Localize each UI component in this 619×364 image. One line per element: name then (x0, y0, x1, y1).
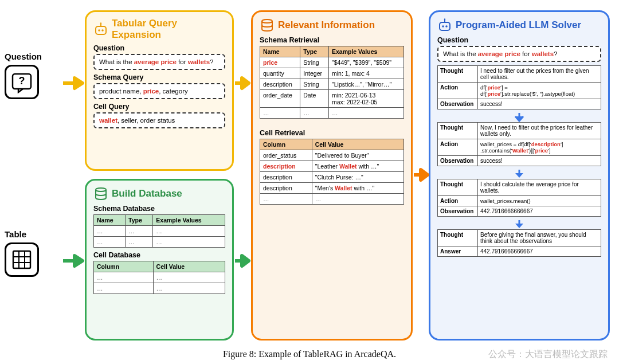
schema-db-table: NameTypeExample Values ……… ……… (93, 214, 225, 248)
p3-schema-label: Schema Retrieval (260, 36, 404, 44)
p1-schema-label: Schema Query (93, 73, 225, 81)
p1-question-label: Question (93, 44, 225, 52)
panel3-title: Relevant Information (260, 18, 404, 33)
panel1-title: Tabular Query Expansion (93, 18, 225, 41)
svg-point-13 (262, 19, 272, 23)
cell-retrieval-table: ColumnCell Value order_status"Delivered … (260, 139, 404, 205)
svg-text:?: ? (19, 75, 25, 87)
p1-cell-box: wallet, seller, order status (93, 112, 225, 128)
panel4-title: Program-Aided LLM Solver (437, 18, 601, 33)
table-input: Table (5, 229, 68, 277)
arrow-p3-to-p4 (413, 166, 430, 183)
svg-point-12 (96, 188, 106, 191)
cell-db-table: ColumnCell Value …… …… (93, 261, 225, 294)
left-inputs: Question ? (5, 52, 68, 99)
robot-icon (93, 22, 108, 37)
table-label: Table (5, 229, 68, 239)
panel-build-database: Build Database Schema Database NameTypeE… (85, 179, 234, 340)
p3-cell-label: Cell Retrieval (260, 129, 404, 137)
table-icon (5, 242, 39, 277)
svg-point-11 (100, 22, 101, 24)
watermark: 公众号：大语言模型论文跟踪 (488, 349, 608, 361)
schema-retrieval-table: NameTypeExample Values priceString"$449"… (260, 46, 404, 119)
p1-question-box: What is the average price for wallets? (93, 54, 225, 70)
figure-caption: Figure 8: Example of TableRAG in ArcadeQ… (223, 349, 396, 359)
panel-program-aided-solver: Program-Aided LLM Solver Question What i… (429, 10, 610, 340)
arrow-q-to-p1 (62, 75, 85, 92)
svg-point-8 (98, 29, 100, 32)
arrow-down-icon (512, 112, 526, 122)
svg-point-15 (442, 25, 444, 28)
svg-point-16 (445, 25, 448, 28)
arrow-p2-to-p3 (234, 252, 251, 269)
arrow-t-to-p2 (62, 252, 85, 269)
step3-table: ThoughtI should calculate the average pr… (437, 179, 601, 217)
panel-tabular-query-expansion: Tabular Query Expansion Question What is… (85, 10, 234, 171)
question-label: Question (5, 52, 68, 61)
svg-point-18 (444, 18, 445, 19)
step2-table: ThoughtNow, I need to filter out the pri… (437, 122, 601, 166)
p4-question-box: What is the average price for wallets? (437, 46, 601, 62)
arrow-p1-to-p3 (234, 75, 251, 92)
p4-question-label: Question (437, 36, 601, 44)
p1-cell-label: Cell Query (93, 103, 225, 111)
step4-table: ThoughtBefore giving the final answer, y… (437, 229, 601, 257)
arrow-down-icon (512, 169, 526, 179)
svg-rect-2 (13, 251, 30, 268)
robot-icon (437, 18, 452, 33)
svg-rect-7 (96, 26, 106, 34)
database-icon (93, 186, 108, 201)
p1-schema-box: product name, price, category (93, 83, 225, 99)
p2-cell-label: Cell Database (93, 251, 225, 259)
p2-schema-label: Schema Database (93, 205, 225, 213)
svg-point-9 (101, 29, 104, 32)
arrow-down-icon (512, 219, 526, 229)
svg-rect-14 (440, 22, 450, 30)
panel2-title: Build Database (93, 186, 225, 201)
panel-relevant-information: Relevant Information Schema Retrieval Na… (251, 10, 413, 340)
step1-table: ThoughtI need to filter out the prices f… (437, 65, 601, 109)
database-icon (260, 18, 275, 33)
question-icon: ? (5, 65, 39, 99)
